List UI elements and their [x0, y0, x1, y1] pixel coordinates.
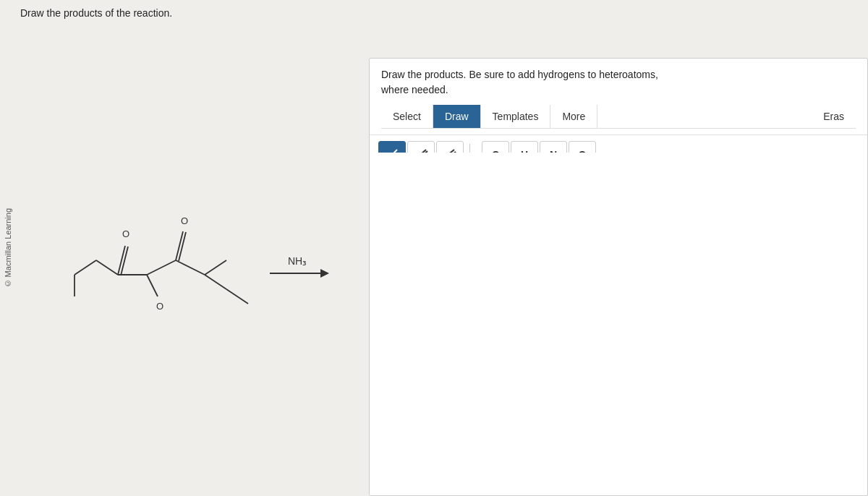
draw-panel-header: Draw the products. Be sure to add hydrog…: [370, 59, 867, 135]
sidebar-label: © Macmillan Learning: [0, 0, 16, 496]
more-button[interactable]: More: [550, 105, 597, 128]
svg-line-13: [176, 260, 205, 275]
svg-text:O: O: [181, 215, 188, 226]
main-instruction: Draw the products of the reaction.: [20, 7, 172, 19]
chemical-structure: O O O NH₃: [31, 145, 364, 362]
draw-canvas[interactable]: [370, 153, 867, 495]
draw-panel: Draw the products. Be sure to add hydrog…: [369, 58, 868, 496]
svg-line-2: [96, 260, 118, 275]
toolbar: Select Draw Templates More Eras: [381, 105, 856, 129]
svg-text:NH₃: NH₃: [288, 255, 307, 267]
svg-text:O: O: [122, 228, 129, 239]
erase-button[interactable]: Eras: [812, 105, 856, 128]
select-button[interactable]: Select: [381, 105, 433, 128]
structure-area: O O O NH₃: [20, 43, 375, 463]
svg-line-0: [75, 260, 96, 275]
templates-button[interactable]: Templates: [481, 105, 551, 128]
draw-panel-title: Draw the products. Be sure to add hydrog…: [381, 67, 856, 98]
svg-marker-18: [320, 269, 329, 278]
svg-line-15: [205, 275, 226, 289]
svg-line-16: [226, 289, 248, 304]
svg-line-7: [147, 275, 158, 296]
draw-button[interactable]: Draw: [433, 105, 481, 128]
svg-line-14: [205, 260, 226, 275]
svg-text:O: O: [156, 301, 163, 312]
svg-line-9: [147, 260, 176, 275]
